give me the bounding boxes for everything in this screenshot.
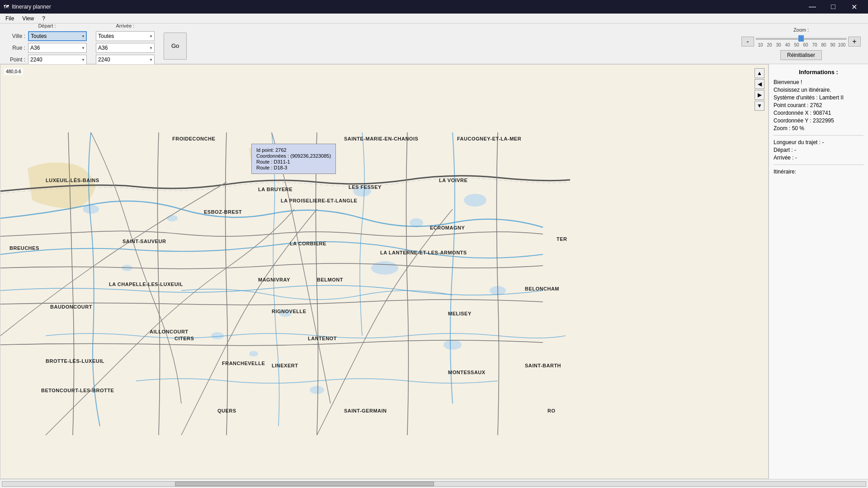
main-content: 480,0-6: [0, 64, 868, 479]
svg-point-8: [211, 332, 224, 339]
arrivee-point-select[interactable]: 2240: [96, 55, 155, 65]
zoom-section: Zoom : - 10 20 30 40 50 60 70 80 90: [741, 27, 861, 60]
info-line: Arrivée : -: [774, 155, 863, 161]
scrollbar-area: [0, 479, 868, 488]
menu-help[interactable]: ?: [38, 14, 49, 23]
map-nav-left[interactable]: ◀: [755, 79, 764, 89]
reinitialiser-button[interactable]: Réinitialiser: [780, 50, 822, 60]
ville-label: Ville :: [7, 33, 25, 39]
tooltip-route2: Route : D18-3: [256, 165, 331, 170]
info-panel-title: Informations :: [774, 69, 863, 75]
info-line: Coordonnée Y : 2322995: [774, 117, 863, 124]
depart-ville-row: Ville : Toutes: [7, 31, 87, 41]
titlebar: 🗺 Itinerary planner — □ ✕: [0, 0, 868, 14]
arrivee-rue-select[interactable]: A36: [96, 43, 155, 53]
depart-rue-row: Rue : A36: [7, 43, 87, 53]
map-tooltip: Id point: 2762 Coordonnées : (909236,232…: [251, 144, 336, 174]
depart-point-wrapper: 2240: [28, 55, 87, 65]
info-line: Itinéraire:: [774, 169, 863, 175]
map-nav-up[interactable]: ▲: [755, 68, 764, 78]
depart-rue-select[interactable]: A36: [28, 43, 87, 53]
info-line: Système d'unités : Lambert II: [774, 94, 863, 101]
arrivee-rue-wrapper: A36: [96, 43, 155, 53]
arrivee-title: Arrivée :: [96, 23, 155, 28]
info-divider: [774, 135, 863, 136]
app-title: Itinerary planner: [12, 4, 51, 10]
depart-title: Départ :: [7, 23, 87, 28]
zoom-tick-labels: 10 20 30 40 50 60 70 80 90 100: [756, 42, 846, 47]
info-line: Zoom : 50 %: [774, 125, 863, 131]
map-nav-right[interactable]: ▶: [755, 90, 764, 100]
arrivee-point-row: 2240: [96, 55, 155, 65]
zoom-plus-button[interactable]: +: [848, 37, 861, 47]
maximize-button[interactable]: □: [823, 0, 844, 14]
svg-point-9: [249, 351, 258, 357]
titlebar-left: 🗺 Itinerary planner: [4, 4, 51, 10]
info-line: Bienvenue !: [774, 79, 863, 85]
arrivee-point-wrapper: 2240: [96, 55, 155, 65]
zoom-controls: - 10 20 30 40 50 60 70 80 90 100: [741, 35, 861, 47]
depart-point-select[interactable]: 2240: [28, 55, 87, 65]
h-scrollbar[interactable]: [2, 481, 866, 487]
h-scrollbar-thumb[interactable]: [175, 482, 434, 486]
titlebar-controls: — □ ✕: [802, 0, 864, 14]
map-svg: [0, 65, 768, 479]
go-button[interactable]: Go: [164, 33, 187, 60]
arrivee-ville-row: Toutes: [96, 31, 155, 41]
svg-point-10: [310, 386, 324, 394]
menu-view[interactable]: View: [19, 14, 38, 23]
info-lines: Bienvenue !Choisissez un itinéraire.Syst…: [774, 79, 863, 175]
info-line: Coordonnée X : 908741: [774, 110, 863, 116]
info-divider: [774, 164, 863, 165]
map-zoom-controls: ▲ ◀ ▶ ▼: [755, 68, 764, 111]
svg-point-11: [443, 340, 462, 350]
arrivee-ville-wrapper: Toutes: [96, 31, 155, 41]
zoom-slider[interactable]: [756, 35, 846, 42]
info-panel: Informations : Bienvenue !Choisissez un …: [769, 64, 868, 479]
point-label: Point :: [7, 56, 25, 63]
depart-ville-select[interactable]: Toutes: [28, 31, 87, 41]
svg-point-13: [279, 310, 292, 317]
arrivee-ville-select[interactable]: Toutes: [96, 31, 155, 41]
depart-ville-wrapper: Toutes: [28, 31, 87, 41]
tooltip-route1: Route : D311-1: [256, 159, 331, 164]
arrivee-rue-row: A36: [96, 43, 155, 53]
info-line: Choisissez un itinéraire.: [774, 87, 863, 93]
map-nav-down[interactable]: ▼: [755, 101, 764, 111]
minimize-button[interactable]: —: [802, 0, 823, 14]
rue-label: Rue :: [7, 45, 25, 51]
map-scale: 480,0-6: [4, 68, 23, 75]
depart-rue-wrapper: A36: [28, 43, 87, 53]
arrivee-section: Arrivée : Toutes A36 2240: [96, 23, 155, 65]
zoom-title: Zoom :: [793, 27, 809, 33]
svg-point-6: [464, 194, 486, 206]
menu-file[interactable]: File: [2, 14, 18, 23]
info-line: Départ : -: [774, 147, 863, 153]
controls-bar: Départ : Ville : Toutes Rue : A36 Point …: [0, 23, 868, 64]
zoom-slider-thumb[interactable]: [798, 35, 804, 42]
close-button[interactable]: ✕: [844, 0, 864, 14]
svg-point-4: [371, 261, 398, 275]
tooltip-coords: Coordonnées : (909236,2323085): [256, 153, 331, 159]
zoom-minus-button[interactable]: -: [741, 37, 754, 47]
depart-point-row: Point : 2240: [7, 55, 87, 65]
menubar: File View ?: [0, 14, 868, 23]
depart-section: Départ : Ville : Toutes Rue : A36 Point …: [7, 23, 87, 65]
svg-point-12: [167, 215, 178, 221]
info-line: Point courant : 2762: [774, 102, 863, 108]
tooltip-id: Id point: 2762: [256, 147, 331, 153]
svg-point-3: [353, 186, 371, 197]
map-area[interactable]: 480,0-6: [0, 64, 769, 479]
info-line: Longueur du trajet : -: [774, 139, 863, 145]
app-icon: 🗺: [4, 4, 9, 10]
